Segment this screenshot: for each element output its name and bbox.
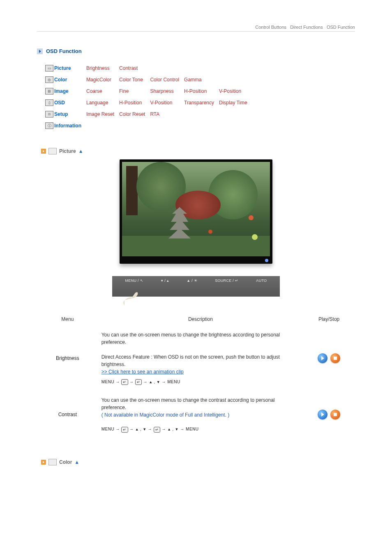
setup-menu-icon: ⛭ [45,111,53,117]
cat-setup-link[interactable]: Setup [54,111,68,117]
link-vposition-img[interactable]: V-Position [219,88,241,94]
link-language[interactable]: Language [86,100,108,106]
btn-label-updown: ▾ / ▴ [161,279,169,283]
arrow-keys-icon: ▲ , ▼ [167,427,179,431]
sub-picture-title: Picture [59,148,76,154]
sub-picture-header: Picture ▲ [41,148,355,154]
contrast-menu-sequence: MENU → ↵ → ▲ , ▼ → ↵ → ▲ , ▼ → MENU [101,426,300,432]
picture-small-icon [48,148,57,154]
nav-osd-function[interactable]: OSD Function [327,25,355,30]
link-vposition-osd[interactable]: V-Position [150,100,172,106]
btn-label-auto: AUTO [256,279,267,283]
cat-image-link[interactable]: Image [54,88,69,94]
link-imagereset[interactable]: Image Reset [86,111,114,117]
seq-text: → [160,427,167,431]
link-hposition-osd[interactable]: H-Position [119,100,142,106]
section-header: OSD Function [37,48,355,54]
sub-color-title: Color [59,459,72,465]
link-colorcontrol[interactable]: Color Control [150,77,179,83]
brightness-menu-sequence: MENU → ↵ → ↵ → ▲ , ▼ → MENU [101,379,300,385]
link-magiccolor[interactable]: MagicColor [86,77,111,83]
color-small-icon [48,459,57,465]
link-gamma[interactable]: Gamma [184,77,202,83]
link-brightness[interactable]: Brightness [86,65,110,71]
image-menu-icon: ⊞ [45,88,53,94]
brightness-desc-line1: You can use the on-screen menus to chang… [101,331,300,346]
pointing-hand-icon [120,291,140,306]
contrast-desc-line1: You can use the on-screen menus to chang… [101,396,300,411]
sub-color-header: Color ▲ [41,459,355,465]
monitor-screen [122,162,270,256]
osd-menu-icon: ▯ [45,99,53,106]
seq-text: → MENU [160,380,180,384]
brightness-anim-link[interactable]: >> Click here to see an animation clip [101,369,184,375]
monitor-frame [120,159,272,264]
bullet-icon [41,149,46,154]
monitor-preview [37,159,355,264]
info-menu-icon: ⓘ [45,122,53,129]
row-brightness: Brightness You can use the on-screen men… [37,325,355,391]
top-nav: Control Buttons Direct Functions OSD Fun… [37,8,355,32]
nav-direct-functions[interactable]: Direct Functions [290,25,323,30]
description-table: Menu Description Play/Stop Brightness Yo… [37,313,355,438]
stop-button[interactable] [330,353,340,363]
cell-contrast-desc: You can use the on-screen menus to chang… [98,391,303,438]
link-sharpness[interactable]: Sharpness [150,88,173,94]
osd-category-table: ▭ Picture Brightness Contrast ◎ Color Ma… [45,62,252,131]
enter-key-icon: ↵ [154,427,161,433]
bullet-icon [41,460,46,465]
cell-contrast-play [303,391,355,438]
link-rta[interactable]: RTA [150,111,159,117]
power-led-icon [265,259,268,262]
cell-brightness-play [303,325,355,391]
play-button[interactable] [318,410,327,419]
arrow-keys-icon: ▲ , ▼ [135,427,147,431]
link-contrast[interactable]: Contrast [119,65,138,71]
section-icon [37,48,43,54]
enter-key-icon: ↵ [121,379,128,385]
back-to-top-icon[interactable]: ▲ [78,148,83,154]
nav-control-buttons[interactable]: Control Buttons [255,25,286,30]
cell-brightness-desc: You can use the on-screen menus to chang… [98,325,303,391]
color-menu-icon: ◎ [45,76,53,83]
link-coarse[interactable]: Coarse [86,88,102,94]
enter-key-icon: ↵ [135,379,142,385]
cell-contrast-menu: Contrast [37,391,98,438]
cat-picture-link[interactable]: Picture [54,65,71,71]
btn-label-source: SOURCE / ↵ [215,279,238,283]
seq-text: → [128,380,135,384]
cell-brightness-menu: Brightness [37,325,98,391]
seq-text: → [147,427,154,431]
seq-text: MENU → [101,380,122,384]
seq-text: → [128,427,135,431]
seq-text: → MENU [179,427,199,431]
th-playstop: Play/Stop [303,313,355,325]
link-fine[interactable]: Fine [119,88,129,94]
arrow-keys-icon: ▲ , ▼ [149,380,160,384]
back-to-top-icon[interactable]: ▲ [74,459,79,465]
play-button[interactable] [318,353,327,363]
link-hposition-img[interactable]: H-Position [184,88,207,94]
link-colortone[interactable]: Color Tone [119,77,143,83]
cat-osd-link[interactable]: OSD [54,100,65,106]
section-title: OSD Function [46,48,82,54]
link-colorreset[interactable]: Color Reset [119,111,145,117]
stop-button[interactable] [330,410,340,419]
link-displaytime[interactable]: Display Time [219,100,247,106]
btn-label-bright: ▲ / ☀ [187,279,197,283]
contrast-note: ( Not available in MagicColor mode of Fu… [101,411,300,419]
picture-menu-icon: ▭ [45,65,53,71]
seq-text: → [142,380,149,384]
link-transparency[interactable]: Transparency [184,100,214,106]
monitor-button-strip: MENU / ↖ ▾ / ▴ ▲ / ☀ SOURCE / ↵ AUTO [112,276,280,297]
brightness-desc-line2: Direct Access Feature : When OSD is not … [101,353,300,368]
th-menu: Menu [37,313,98,325]
seq-text: MENU → [101,427,122,431]
btn-label-menu: MENU / ↖ [125,279,143,283]
enter-key-icon: ↵ [121,427,128,433]
cat-information-link[interactable]: Information [54,123,81,129]
cat-color-link[interactable]: Color [54,77,67,83]
row-contrast: Contrast You can use the on-screen menus… [37,391,355,438]
th-description: Description [98,313,303,325]
